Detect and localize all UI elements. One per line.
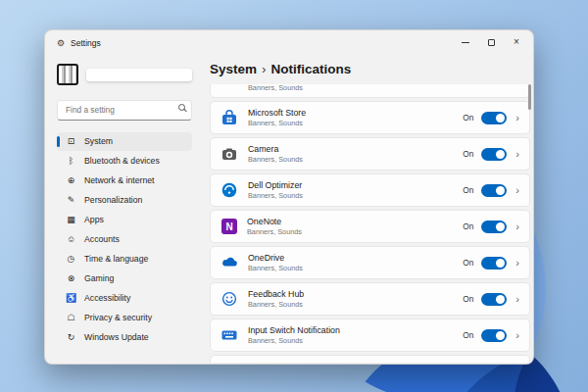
keyboard-icon <box>220 326 238 344</box>
selected-accent-bar <box>57 136 60 147</box>
sidebar-item-label: Apps <box>84 215 104 224</box>
sidebar-item-label: Accessibility <box>84 293 130 303</box>
sidebar-item-label: System <box>84 136 113 146</box>
chevron-right-icon[interactable]: › <box>515 258 519 269</box>
chevron-right-icon[interactable]: › <box>515 113 519 123</box>
notification-toggle[interactable] <box>481 148 507 161</box>
notification-toggle[interactable] <box>481 184 507 197</box>
chevron-right-icon[interactable]: › <box>515 185 519 196</box>
sidebar-item-label: Privacy & security <box>84 313 152 322</box>
row-text: Input Switch Notification Banners, Sound… <box>248 325 340 345</box>
microsoft-store-icon <box>220 109 238 126</box>
toggle-state-label: On <box>463 113 473 122</box>
search-icon <box>178 104 185 111</box>
list-item-partial-bottom[interactable] <box>210 355 530 363</box>
bluetooth-icon: ᛒ <box>65 156 77 166</box>
paintbrush-icon: ✎ <box>65 195 77 205</box>
sidebar-item-label: Gaming <box>84 273 114 283</box>
sidebar-item-accounts[interactable]: ☺ Accounts <box>57 230 192 249</box>
app-name: OneNote <box>247 217 302 226</box>
maximize-button[interactable] <box>478 32 504 52</box>
sidebar-item-windows-update[interactable]: ↻ Windows Update <box>57 328 192 347</box>
search-box <box>57 99 192 121</box>
titlebar: ⚙ Settings × <box>45 30 533 56</box>
breadcrumb-system-link[interactable]: System <box>210 62 257 76</box>
feedback-hub-icon <box>220 290 238 308</box>
search-input[interactable] <box>57 100 192 121</box>
maximize-icon <box>488 39 495 46</box>
sidebar-nav: ⊡ System ᛒ Bluetooth & devices ⊕ Network… <box>57 132 192 347</box>
list-item-microsoft-store[interactable]: Microsoft Store Banners, Sounds On › <box>210 101 530 134</box>
toggle-knob <box>496 259 505 268</box>
scrollbar[interactable] <box>528 84 531 110</box>
chevron-right-icon[interactable]: › <box>515 149 519 160</box>
sidebar-item-apps[interactable]: ▦ Apps <box>57 211 192 229</box>
toggle-knob <box>496 186 505 195</box>
app-name: Input Switch Notification <box>248 325 340 335</box>
dell-optimizer-icon <box>220 181 238 199</box>
chevron-right-icon[interactable]: › <box>515 294 519 305</box>
list-item-feedback-hub[interactable]: Feedback Hub Banners, Sounds On › <box>210 282 530 316</box>
globe-icon: ⊕ <box>65 175 77 185</box>
row-subtitle: Banners, Sounds <box>248 300 304 309</box>
list-item-input-switch-notification[interactable]: Input Switch Notification Banners, Sound… <box>210 318 530 352</box>
row-controls: On › <box>463 112 519 124</box>
row-subtitle: Banners, Sounds <box>248 191 303 200</box>
sidebar-item-personalization[interactable]: ✎ Personalization <box>57 191 192 210</box>
sidebar-item-label: Network & internet <box>84 175 154 185</box>
minimize-button[interactable] <box>453 32 478 52</box>
settings-gear-icon: ⚙ <box>57 39 65 48</box>
app-name: Dell Optimizer <box>248 180 303 190</box>
toggle-state-label: On <box>463 149 473 159</box>
list-item-onedrive[interactable]: OneDrive Banners, Sounds On › <box>210 246 530 279</box>
sidebar-item-time-language[interactable]: ◷ Time & language <box>57 250 192 269</box>
toggle-state-label: On <box>463 185 473 195</box>
user-name-redacted <box>86 69 192 81</box>
list-item-onenote[interactable]: N OneNote Banners, Sounds On › <box>210 210 530 243</box>
row-subtitle: Banners, Sounds <box>248 264 303 272</box>
sidebar-item-label: Accounts <box>84 234 120 244</box>
row-subtitle: Banners, Sounds <box>248 336 340 345</box>
close-icon: × <box>514 37 519 47</box>
sidebar-item-bluetooth-devices[interactable]: ᛒ Bluetooth & devices <box>57 152 192 171</box>
notification-toggle[interactable] <box>481 220 507 233</box>
notification-toggle[interactable] <box>481 112 507 124</box>
shield-icon: ☖ <box>65 313 77 322</box>
toggle-state-label: On <box>463 330 473 340</box>
sidebar-item-accessibility[interactable]: ♿ Accessibility <box>57 289 192 308</box>
toggle-knob <box>496 222 505 231</box>
sidebar-item-network-internet[interactable]: ⊕ Network & internet <box>57 172 192 190</box>
breadcrumb: System›Notifications <box>210 62 351 76</box>
sidebar-item-label: Bluetooth & devices <box>84 156 160 166</box>
list-item-camera[interactable]: Camera Banners, Sounds On › <box>210 137 530 171</box>
row-text: Dell Optimizer Banners, Sounds <box>248 180 303 200</box>
window-controls: × <box>453 32 529 52</box>
row-controls: On › <box>463 148 519 161</box>
row-controls: On › <box>463 257 519 270</box>
toggle-state-label: On <box>463 221 473 231</box>
app-name: Microsoft Store <box>248 108 306 118</box>
user-profile[interactable] <box>57 64 192 85</box>
notification-toggle[interactable] <box>481 329 507 342</box>
notification-toggle[interactable] <box>481 257 507 270</box>
notifications-app-list: Banners, Sounds Microsoft Store Banners,… <box>210 84 530 363</box>
list-item-partial-top[interactable]: Banners, Sounds <box>210 84 530 98</box>
clock-icon: ◷ <box>65 254 77 264</box>
close-button[interactable]: × <box>504 32 529 52</box>
toggle-state-label: On <box>463 294 473 304</box>
chevron-right-icon[interactable]: › <box>515 221 519 232</box>
toggle-knob <box>496 331 505 340</box>
monitor-icon: ⊡ <box>65 136 77 146</box>
row-controls: On › <box>463 220 519 233</box>
row-subtitle: Banners, Sounds <box>247 227 302 236</box>
toggle-state-label: On <box>463 258 473 268</box>
sidebar-item-system[interactable]: ⊡ System <box>57 132 192 151</box>
notification-toggle[interactable] <box>481 293 507 306</box>
sidebar-item-privacy-security[interactable]: ☖ Privacy & security <box>57 309 192 327</box>
settings-window: ⚙ Settings × ⊡ System <box>44 29 534 365</box>
chevron-right-icon[interactable]: › <box>515 330 519 341</box>
sidebar-item-gaming[interactable]: ⊗ Gaming <box>57 270 192 288</box>
list-item-dell-optimizer[interactable]: Dell Optimizer Banners, Sounds On › <box>210 173 530 207</box>
row-text: OneDrive Banners, Sounds <box>248 253 303 272</box>
person-icon: ☺ <box>65 234 77 244</box>
